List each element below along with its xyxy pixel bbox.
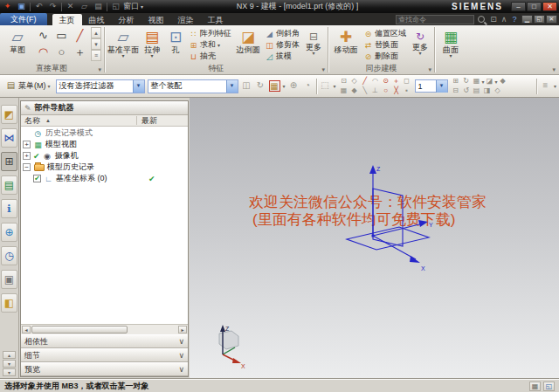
scrollbar-thumb[interactable] [31, 326, 128, 334]
tab-tools[interactable]: 工具 [201, 14, 231, 25]
copy-button[interactable]: ▱ [79, 2, 90, 11]
point-button[interactable]: ＋ [71, 44, 89, 60]
dialog-launcher-icon[interactable]: ▾ [321, 65, 325, 74]
window-menu-button[interactable]: ◱ 窗口 ▾ [110, 1, 143, 12]
snap-point-toggle-icon[interactable]: ▦ [269, 80, 280, 92]
selection-scope-combo[interactable]: 整个装配 ▼ [148, 79, 238, 93]
snap-existing-point-icon[interactable]: ＋ [391, 77, 402, 86]
dialog-launcher-icon[interactable]: ▾ [98, 65, 101, 74]
web-browser-button[interactable]: ⊕ [1, 223, 17, 242]
zoom-view-icon[interactable]: ◨ [482, 86, 493, 96]
dialog-launcher-icon[interactable]: ▾ [428, 65, 431, 74]
minimize-ribbon-icon[interactable]: ∧ [499, 15, 509, 24]
process-studio-button[interactable]: ▣ [1, 270, 17, 289]
tab-file[interactable]: 文件(F) [0, 13, 47, 25]
checkbox-checked-icon[interactable]: ✔ [33, 175, 41, 182]
work-layer-combo[interactable]: 1 ▼ [415, 79, 448, 93]
tab-render[interactable]: 渲染 [171, 14, 201, 25]
section-dependencies[interactable]: 相依性 ∨ [21, 334, 188, 348]
caret-down-icon[interactable]: ▾ [283, 83, 286, 89]
column-latest[interactable]: 最新 [141, 115, 157, 127]
search-icon[interactable] [478, 16, 485, 23]
doc-restore-button[interactable]: ◱ [534, 15, 545, 24]
close-button[interactable]: ✕ [542, 2, 557, 11]
chamfer-button[interactable]: ◢ 倒斜角 [263, 28, 301, 39]
tree-row-cameras[interactable]: + ✔ ◉ 摄像机 [21, 150, 188, 162]
snap-end-point-icon[interactable]: ⊡ [339, 77, 349, 86]
gallery-down-button[interactable]: ▾ [91, 38, 101, 50]
part-navigator-button[interactable]: ⊞ [1, 152, 17, 171]
menu-button[interactable]: ▤ 菜单(M) ▾ [3, 79, 53, 93]
snap-point-on-curve-icon[interactable]: ╱ [360, 77, 370, 86]
gallery-up-button[interactable]: ▴ [91, 27, 101, 38]
surface-button[interactable]: ▦ 曲面 ▾ [438, 27, 464, 60]
edge-blend-button[interactable]: ◪ 边倒圆 [234, 27, 262, 56]
constraint-navigator-button[interactable]: ⋈ [1, 128, 17, 148]
combo-arrow-icon[interactable]: ▼ [436, 80, 447, 93]
command-finder-input[interactable]: 查找命令 [396, 15, 474, 24]
fullscreen-icon[interactable]: ⊡ [488, 15, 499, 24]
gallery-expand-button[interactable]: ≡ [91, 50, 101, 61]
draft-button[interactable]: ◿ 拔模 [263, 51, 301, 62]
layer-settings-icon[interactable]: ≡ [540, 80, 551, 92]
perspective-icon[interactable]: ◆ [498, 77, 508, 86]
paste-button[interactable]: ▤ [93, 2, 104, 11]
tab-analysis[interactable]: 分析 [112, 14, 141, 25]
unite-button[interactable]: ⊞ 求和 ▾ [187, 39, 233, 51]
snap-cross-icon[interactable]: ╳ [391, 86, 402, 96]
rotate-view-icon[interactable]: ↺ [461, 86, 472, 96]
column-divider[interactable] [136, 116, 137, 125]
resource-scroll-bottom-button[interactable]: ▾ [3, 368, 16, 376]
graphics-window[interactable]: 欢迎关注微信公众号：软件安装管家 (里面有各种软件均可免费下载) Z Y X [190, 98, 559, 379]
move-face-button[interactable]: ✚ 移动面 [331, 27, 361, 56]
toolbar-overflow-caret-icon[interactable]: ▾ [554, 83, 556, 89]
ribbon-options-caret-icon[interactable]: ▾ [552, 66, 556, 73]
tree-row-datum-csys[interactable]: ✔ ∟ 基准坐标系 (0) ✔ [21, 173, 188, 184]
snap-quadrant-icon[interactable]: ⊙ [381, 77, 391, 86]
caret-down-icon[interactable]: ▾ [334, 83, 336, 89]
rectangle-select-icon[interactable]: ⬚ [320, 80, 331, 92]
selection-filter-combo[interactable]: 没有选择过滤器 ▼ [56, 79, 145, 93]
trim-body-button[interactable]: ◫ 修剪体 [263, 39, 301, 51]
more-sync-button[interactable]: ↻ 更多 ▾ [409, 30, 431, 58]
extrude-button[interactable]: ▤ 拉伸 ▾ [140, 27, 164, 60]
cut-button[interactable]: ✕ [65, 2, 76, 11]
replace-face-button[interactable]: ⇄ 替换面 [362, 39, 408, 51]
doc-minimize-button[interactable]: ▁ [521, 15, 533, 24]
capture-icon[interactable]: ◔ [302, 80, 314, 92]
assembly-navigator-button[interactable]: ◩ [1, 105, 17, 124]
previous-selection-icon[interactable]: ⊕ [288, 80, 300, 92]
snap-intersection-icon[interactable]: ⊥ [370, 86, 381, 96]
hd3d-tools-button[interactable]: ℹ [1, 199, 17, 218]
combo-arrow-icon[interactable]: ▼ [226, 80, 238, 93]
column-header[interactable]: 名称 ▲ 最新 [21, 115, 188, 127]
section-preview[interactable]: 预览 ∨ [21, 362, 188, 376]
scroll-right-button[interactable]: ▸ [178, 326, 187, 334]
roles-button[interactable]: ◧ [1, 293, 17, 313]
rectangle-button[interactable]: ▭ [52, 27, 71, 44]
highlight-selection-icon[interactable]: ◫ [241, 80, 252, 92]
snap-vertex-icon[interactable]: ◆ [349, 86, 360, 96]
tree-row-model-views[interactable]: + ▦ 模型视图 [21, 139, 188, 150]
fit-view-icon[interactable]: ⊞ [451, 77, 461, 86]
pattern-feature-button[interactable]: ∷ 阵列特征 [187, 28, 233, 39]
column-name[interactable]: 名称 [21, 115, 40, 127]
snap-arc-center-icon[interactable]: ◠ [370, 77, 381, 86]
snap-mid-point-icon[interactable]: ◇ [349, 77, 360, 86]
doc-close-button[interactable]: ✕ [546, 15, 557, 24]
pan-view-icon[interactable]: ▤ [472, 86, 482, 96]
sketch-button[interactable]: ▱ 草图 [2, 27, 33, 56]
status-window-icon[interactable]: ◱ [543, 382, 555, 391]
circle-button[interactable]: ○ [52, 44, 71, 60]
history-button[interactable]: ◷ [1, 246, 17, 265]
tab-view[interactable]: 视图 [141, 14, 171, 25]
offset-region-button[interactable]: ⊜ 偏置区域 [362, 28, 408, 39]
more-feature-button[interactable]: ⊟ 更多 ▾ [302, 30, 325, 58]
shell-button[interactable]: ⊔ 抽壳 [187, 51, 233, 62]
undo-button[interactable]: ↶ [33, 2, 45, 11]
line-button[interactable]: ╱ [71, 27, 89, 44]
redo-button[interactable]: ↷ [47, 2, 59, 11]
resource-scroll-up-button[interactable]: ▴ [3, 351, 16, 359]
section-details[interactable]: 细节 ∨ [21, 348, 188, 362]
studio-spline-button[interactable]: ∿ [34, 27, 52, 44]
